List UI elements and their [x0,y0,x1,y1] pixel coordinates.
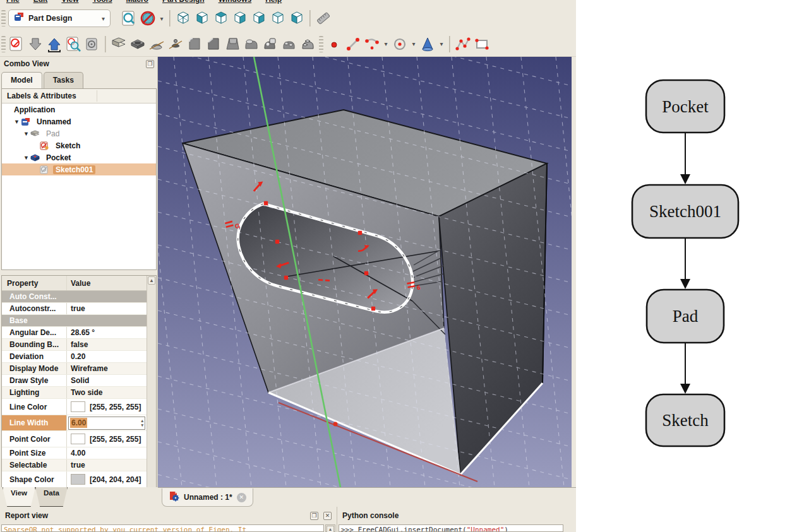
view-top-icon[interactable] [212,9,231,28]
sketch-circle-icon[interactable] [390,35,409,54]
toolbar-drag-handle[interactable] [319,36,323,52]
boolean-cut-icon[interactable] [261,35,280,54]
property-row-angular-de[interactable]: Angular De...28.65 ° [2,327,147,339]
property-row-autoconstr[interactable]: Autoconstr...true [2,303,147,315]
tree-item-pad[interactable]: ▼Pad [2,127,156,139]
sketch-line-icon[interactable] [344,35,363,54]
pad-icon[interactable] [109,35,128,54]
new-sketch-icon[interactable] [7,35,26,54]
property-row-display-mode[interactable]: Display ModeWireframe [2,363,147,375]
pocket-icon[interactable] [128,35,147,54]
tab-model[interactable]: Model [1,72,42,88]
report-view-content[interactable]: SparseQR not supported by you current ve… [1,524,324,532]
map-sketch-icon[interactable] [83,35,102,54]
boolean-union-icon[interactable] [242,35,261,54]
report-scrollbar[interactable]: ▲ [325,524,335,532]
property-value[interactable]: true [67,303,147,314]
property-value[interactable]: Solid [67,375,147,386]
tree-item-sketch001[interactable]: Sketch001 [2,163,156,175]
tab-view[interactable]: View [3,487,35,507]
leave-sketch-icon[interactable] [26,35,45,54]
property-value[interactable]: 28.65 ° [67,327,147,338]
tab-data[interactable]: Data [35,487,68,507]
property-row-lighting[interactable]: LightingTwo side [2,387,147,399]
sketch-rectangle-icon[interactable] [472,35,491,54]
chevron-down-icon[interactable]: ▾ [409,35,418,54]
tree-expander-icon[interactable]: ▼ [22,155,30,161]
color-swatch[interactable] [71,401,85,412]
property-row-line-width[interactable]: Line Width6.00▴▾ [2,415,147,431]
menu-macro[interactable]: Macro [126,0,148,4]
sketch-conic-icon[interactable] [418,35,437,54]
view-rear-icon[interactable] [249,9,268,28]
scroll-up-icon[interactable]: ▲ [148,276,155,285]
fit-all-icon[interactable] [119,9,138,28]
property-value[interactable]: true [67,459,147,471]
view-sketch-icon[interactable] [64,35,83,54]
python-console-content[interactable]: >>> FreeCADGui.insertDocument("Unnamed") [339,524,563,532]
chevron-down-icon[interactable]: ▾ [381,35,390,54]
spinbox-arrows-icon[interactable]: ▴▾ [141,417,143,429]
view-bottom-icon[interactable] [268,9,287,28]
close-icon[interactable]: ✕ [237,493,246,502]
groove-icon[interactable] [166,35,185,54]
float-panel-icon[interactable]: ❐ [146,60,154,68]
color-swatch[interactable] [71,434,85,444]
workbench-selector[interactable]: Part Design ▾ [8,9,111,27]
tree-item-sketch[interactable]: Sketch [2,139,156,151]
sketch-polyline-icon[interactable] [453,35,472,54]
chevron-down-icon[interactable]: ▾ [157,9,166,28]
boolean-common-icon[interactable] [280,35,299,54]
sketch-point-icon[interactable] [325,35,344,54]
measure-distance-icon[interactable] [314,9,333,28]
boolean-compound-icon[interactable] [299,35,318,54]
tree-expander-icon[interactable]: ▼ [13,119,21,125]
chevron-down-icon[interactable]: ▾ [437,35,446,54]
property-value[interactable]: [255, 255, 255] [67,431,147,447]
property-row-shape-color[interactable]: Shape Color[204, 204, 204] [2,471,147,488]
property-row-bounding-b[interactable]: Bounding B...false [2,339,147,351]
close-panel-icon[interactable]: ✕ [323,512,332,520]
menu-view[interactable]: View [61,0,78,4]
view-front-icon[interactable] [193,9,212,28]
tab-tasks[interactable]: Tasks [44,72,83,88]
tree-expander-icon[interactable]: ▼ [22,131,30,137]
dependency-graph-panel[interactable]: PocketSketch001PadSketch [576,0,792,532]
property-row-deviation[interactable]: Deviation0.20 [2,351,147,363]
tree-item-unnamed[interactable]: ▼Unnamed [2,115,156,127]
view-left-icon[interactable] [287,9,306,28]
document-tab[interactable]: Unnamed : 1* ✕ [162,488,253,507]
property-row-selectable[interactable]: Selectabletrue [2,459,147,471]
chamfer-icon[interactable] [204,35,223,54]
property-row-draw-style[interactable]: Draw StyleSolid [2,375,147,387]
property-value[interactable]: false [67,339,147,350]
property-row-auto-const[interactable]: Auto Const... [2,291,147,303]
3d-viewport[interactable]: G6 [158,57,572,487]
property-value[interactable]: 4.00 [67,447,147,459]
property-value[interactable]: 0.20 [67,351,147,362]
property-value[interactable]: [204, 204, 204] [67,471,147,487]
property-row-point-size[interactable]: Point Size4.00 [2,447,147,459]
menu-file[interactable]: File [6,0,20,4]
edit-sketch-icon[interactable] [45,35,64,54]
color-swatch[interactable] [71,474,85,485]
sketch-arc-icon[interactable] [363,35,381,54]
fillet-icon[interactable] [185,35,204,54]
view-right-icon[interactable] [231,9,249,28]
tree-item-pocket[interactable]: ▼Pocket [2,151,156,163]
menu-tools[interactable]: Tools [92,0,112,4]
property-row-line-color[interactable]: Line Color[255, 255, 255] [2,399,147,415]
menu-help[interactable]: Help [265,0,282,4]
draft-icon[interactable] [223,35,242,54]
property-value[interactable]: [255, 255, 255] [67,399,147,415]
property-row-base[interactable]: Base [2,315,147,327]
menu-part-design[interactable]: Part Design [162,0,205,4]
toolbar-drag-handle[interactable] [1,10,6,27]
revolution-icon[interactable] [147,35,166,54]
clip-plane-icon[interactable] [138,9,157,28]
property-value[interactable]: 6.00▴▾ [67,415,147,430]
tree-item-application[interactable]: Application [2,103,156,115]
view-axonometric-icon[interactable] [174,9,193,28]
menu-windows[interactable]: Windows [219,0,252,4]
menu-edit[interactable]: Edit [33,0,48,4]
